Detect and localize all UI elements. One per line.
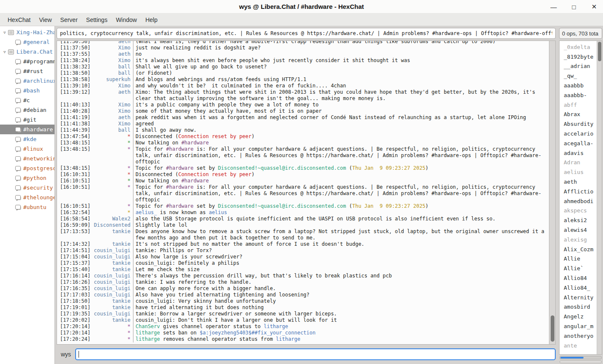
channel-icon [15,127,21,132]
user-list-item[interactable]: adavis [560,148,597,158]
channel-label: #hardware [23,126,53,133]
user-list-item[interactable]: akspecs [560,206,597,216]
hexchat-window: wys @ Libera.Chat / #hardware - HexChat … [0,0,603,364]
chat-line: [13:48:15]*Topic for #hardware is: For a… [57,146,549,165]
menu-item-window[interactable]: Window [111,15,141,25]
tree-network-xing-hai-zhan[interactable]: ▽Xing-Hai-Zhan [0,27,54,37]
nick: * [92,165,133,171]
user-list-item[interactable]: Afflictio [560,187,597,196]
tree-channel-bash[interactable]: #bash [0,86,54,95]
tree-channel-git[interactable]: #git [0,115,54,125]
user-list-item[interactable]: Angelz [560,312,597,321]
chat-line: [16:58:54]Walex2also the USB Storage pro… [57,216,549,222]
user-list-item[interactable]: Allio84_ [560,283,597,293]
chat-line: [11:41:38]Ximoagreed [57,121,549,127]
maximize-icon[interactable]: □ [569,3,579,11]
chat-scrollbar-thumb[interactable] [551,315,554,342]
nick: Ximo [92,45,133,51]
user-list-item[interactable]: _qw_ [560,71,597,81]
channel-label: ##rust [23,68,43,74]
user-list: _0xdelta_8192byte__adrian_qw_aaabbbaaabb… [560,41,597,354]
user-list-item[interactable]: abff [560,100,597,110]
tree-channel-c[interactable]: #c [0,95,54,105]
menu-item-view[interactable]: View [35,15,56,25]
chat-line: [17:15:40]tankieLet me check the size [57,266,549,273]
tree-channel-kde[interactable]: #kde [0,134,54,144]
message-text: cousin_luigi: Very skinny handle unfortu… [133,298,549,304]
close-icon[interactable]: ✕ [589,3,599,11]
user-list-item[interactable]: anotheryo [560,331,597,341]
expander-icon[interactable]: ▽ [1,30,8,35]
tree-channel-debian[interactable]: #debian [0,105,54,115]
user-list-item[interactable]: alexisg [560,235,597,244]
user-list-item[interactable]: ante [560,341,597,350]
channel-label: #debian [23,107,46,113]
nick: Walex2 [92,216,133,222]
tree-channel-archlinux[interactable]: #archlinux [0,76,54,86]
message-segment: ) [425,203,428,209]
message-text: Also have you tried alternating tighteni… [133,292,549,298]
message-segment: One can apply more force with a bigger h… [136,285,276,291]
chat-line: [11:40:13]Ximoit's a public company with… [57,102,549,108]
menu-item-hexchat[interactable]: HexChat [3,15,35,25]
user-list-item[interactable]: Allio84 [560,273,597,283]
userlist-scrollbar-thumb[interactable] [598,42,601,61]
tree-channel-linux[interactable]: #linux [0,144,54,154]
tree-channel-programming[interactable]: ##programming [0,57,54,66]
user-list-item[interactable]: Absurdity [560,119,597,129]
user-list-item[interactable]: angular_m [560,321,597,331]
user-list-item[interactable]: alewis4 [560,225,597,235]
message-input[interactable] [75,348,556,360]
message-segment: cousin_luigi: Don't think I have a large… [136,317,337,323]
user-list-item[interactable]: Abrax [560,110,597,120]
user-list-item[interactable]: aaabbb- [560,90,597,100]
tree-channel-networking[interactable]: #networking [0,154,54,163]
user-list-item[interactable]: aeth [560,177,597,187]
tree-channel-rust[interactable]: ##rust [0,66,54,76]
tree-channel-hardware[interactable]: #hardware [0,125,54,134]
user-list-item[interactable]: ahmedbodi [560,196,597,206]
user-list-item[interactable]: Alix_Cozm [560,244,597,254]
tree-channel-postgresql[interactable]: #postgresql [0,163,54,173]
user-list-item[interactable]: aelius [560,167,597,177]
channel-label: #python [23,175,46,181]
tree-channel-ubuntu[interactable]: #ubuntu [0,202,54,212]
timestamp: [11:41:19] [57,114,92,121]
menu-item-settings[interactable]: Settings [82,15,112,25]
user-list-item[interactable]: aleksi2 [560,215,597,225]
user-list-item[interactable]: amosbird [560,302,597,312]
message-segment: It's not stripped but no matter the amou… [136,241,364,247]
tree-channel-thelounge[interactable]: #thelounge [0,193,54,202]
user-list-item[interactable]: _0xdelta [560,42,597,52]
chat-line: [17:17:03]cousin_luigiAlso have you trie… [57,292,549,298]
tree-channel-general[interactable]: #general [0,37,54,47]
user-list-item[interactable]: Allie` [560,263,597,273]
menu-item-server[interactable]: Server [56,15,82,25]
nick: Disconsented [92,222,133,228]
tree-channel-python[interactable]: #python [0,173,54,183]
user-list-item[interactable]: _8192byte [560,52,597,62]
tree-channel-security[interactable]: #security [0,183,54,193]
message-text: litharge sets ban on $a:joeyzheng5403$##… [133,330,549,336]
user-list-item[interactable]: aaabbb [560,81,597,90]
menu-item-help[interactable]: Help [141,15,162,25]
channel-icon [15,185,21,190]
chat-line: [11:41:19]aethpeak reddit was when it wa… [57,114,549,121]
channel-label: #security [23,185,53,191]
user-list-item[interactable]: accelario [560,129,597,139]
message-segment: Thu Jan 9 09:23:27 2025 [352,203,425,209]
topic-input[interactable] [57,28,556,39]
user-list-item[interactable]: acegalla- [560,139,597,148]
user-list-item[interactable]: Allie [560,254,597,264]
message-segment: just now realizing reddit is dogshit aye… [136,45,261,51]
minimize-icon[interactable]: — [549,3,558,11]
user-list-item[interactable]: Adran [560,158,597,168]
tree-network-libera.chat[interactable]: ▽Libera.Chat [0,47,54,57]
chat-scrollbar[interactable] [549,41,555,344]
user-list-item[interactable]: Alternity [560,293,597,302]
userlist-scrollbar[interactable] [597,41,602,354]
chat-pane: target audience after killing off litera… [57,41,556,345]
user-list-item[interactable]: __adrian [560,62,597,71]
message-text: aelius_ is now known as aelius [133,209,549,216]
expander-icon[interactable]: ▽ [1,50,8,54]
